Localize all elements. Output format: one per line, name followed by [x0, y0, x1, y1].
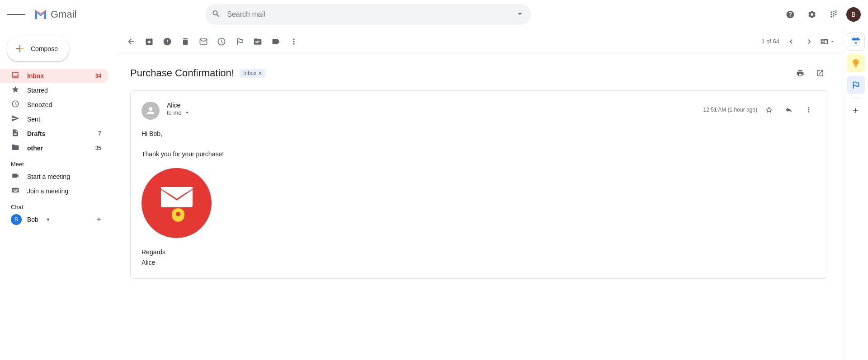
- sidebar-item-drafts[interactable]: Drafts 7: [0, 126, 108, 141]
- email-body-text: Thank you for your purchase!: [142, 149, 817, 159]
- email-subject: Purchase Confirmation!: [130, 67, 234, 79]
- sidebar-item-inbox[interactable]: Inbox 34: [0, 69, 108, 83]
- keep-icon-button[interactable]: [847, 54, 865, 72]
- sidebar-item-join-meeting[interactable]: Join a meeting: [0, 184, 108, 198]
- drafts-count: 7: [98, 131, 101, 137]
- search-bar: [205, 4, 531, 25]
- search-input[interactable]: [205, 4, 531, 25]
- search-dropdown-icon[interactable]: [515, 9, 524, 20]
- message-header: Alice to me 12:51 AM (1 hour ago): [142, 102, 817, 120]
- email-signname: Alice: [142, 257, 817, 267]
- body-wrap: Compose Inbox 34 Starred Snoozed: [0, 29, 868, 360]
- inbox-label: Inbox: [27, 72, 88, 79]
- compose-label: Compose: [31, 45, 58, 52]
- keyboard-icon: [11, 186, 20, 196]
- mark-unread-button[interactable]: [195, 33, 212, 50]
- folder-icon: [11, 143, 20, 153]
- meet-section-label: Meet: [0, 155, 116, 169]
- sender-name: Alice: [167, 102, 696, 109]
- more-options-button[interactable]: [286, 33, 302, 50]
- inbox-count: 34: [95, 73, 101, 79]
- right-sidebar: 31 +: [843, 29, 868, 360]
- message-more-button[interactable]: [801, 102, 817, 118]
- inbox-badge-close[interactable]: ×: [258, 70, 262, 77]
- other-label: other: [27, 145, 88, 152]
- purchase-image: [142, 168, 212, 238]
- star-button[interactable]: [761, 102, 777, 118]
- sent-label: Sent: [27, 116, 101, 123]
- snooze-button[interactable]: [213, 33, 230, 50]
- sidebar-item-snoozed[interactable]: Snoozed: [0, 98, 108, 112]
- delete-button[interactable]: [177, 33, 193, 50]
- archive-button[interactable]: [141, 33, 157, 50]
- topbar: Gmail B: [0, 0, 868, 29]
- email-actions-right: [792, 65, 828, 81]
- avatar[interactable]: B: [846, 7, 861, 22]
- help-button[interactable]: [781, 5, 799, 23]
- email-greeting: Hi Bob,: [142, 129, 817, 139]
- pagination-info: 1 of 64: [761, 38, 779, 45]
- settings-button[interactable]: [803, 5, 821, 23]
- chat-add-icon[interactable]: +: [96, 215, 101, 224]
- reply-button[interactable]: [781, 102, 797, 118]
- join-meeting-label: Join a meeting: [27, 187, 101, 195]
- sidebar-item-sent[interactable]: Sent: [0, 112, 108, 126]
- send-icon: [11, 114, 20, 124]
- sidebar-item-start-meeting[interactable]: Start a meeting: [0, 169, 108, 184]
- prev-email-button[interactable]: [783, 33, 799, 50]
- email-timestamp: 12:51 AM (1 hour ago): [703, 107, 757, 113]
- sidebar-item-starred[interactable]: Starred: [0, 83, 108, 98]
- move-to-button[interactable]: [250, 33, 266, 50]
- back-button[interactable]: [123, 33, 139, 50]
- location-pin-icon: [170, 208, 183, 224]
- message-meta: 12:51 AM (1 hour ago): [703, 102, 817, 118]
- gmail-logo[interactable]: Gmail: [33, 6, 76, 23]
- menu-button[interactable]: [7, 5, 25, 23]
- svg-point-3: [176, 212, 180, 216]
- email-image-container: [142, 168, 817, 238]
- inbox-badge-label: Inbox: [243, 70, 256, 76]
- gmail-logo-icon: [33, 6, 49, 23]
- next-email-button[interactable]: [801, 33, 817, 50]
- sidebar-item-other[interactable]: other 35: [0, 141, 108, 155]
- chat-user-label: Bob: [27, 216, 38, 223]
- drafts-label: Drafts: [27, 130, 91, 137]
- report-spam-button[interactable]: [159, 33, 175, 50]
- email-toolbar: 1 of 64: [116, 29, 843, 54]
- other-count: 35: [95, 145, 101, 151]
- email-view: 1 of 64 Purchase Confirmation! Inbox ×: [116, 29, 843, 360]
- inbox-badge: Inbox ×: [240, 69, 266, 78]
- inbox-icon: [11, 71, 20, 81]
- starred-label: Starred: [27, 87, 101, 94]
- sender-avatar: [142, 102, 160, 120]
- email-signoff: Regards: [142, 247, 817, 257]
- sidebar: Compose Inbox 34 Starred Snoozed: [0, 29, 116, 360]
- gmail-text: Gmail: [51, 9, 76, 20]
- compose-button[interactable]: Compose: [7, 36, 69, 61]
- add-to-tasks-button[interactable]: [231, 33, 248, 50]
- sender-info: Alice to me: [167, 102, 696, 116]
- open-in-new-button[interactable]: [812, 65, 828, 81]
- snoozed-label: Snoozed: [27, 101, 101, 108]
- email-subject-row: Purchase Confirmation! Inbox ×: [130, 65, 828, 81]
- print-button[interactable]: [792, 65, 808, 81]
- tasks-icon-button[interactable]: [847, 76, 865, 94]
- calendar-widget[interactable]: 31: [847, 33, 865, 51]
- sidebar-item-chat-bob[interactable]: B Bob ▼ +: [0, 212, 108, 227]
- video-icon: [11, 172, 20, 182]
- message-body: Hi Bob, Thank you for your purchase!: [142, 129, 817, 267]
- compose-plus-icon: [14, 43, 25, 54]
- email-content: Purchase Confirmation! Inbox ×: [116, 54, 843, 360]
- email-message: Alice to me 12:51 AM (1 hour ago): [130, 90, 828, 279]
- svg-text:31: 31: [854, 42, 858, 45]
- label-button[interactable]: [268, 33, 284, 50]
- view-split-button[interactable]: [819, 33, 835, 50]
- apps-button[interactable]: [825, 5, 843, 23]
- right-sidebar-divider: [850, 98, 861, 98]
- add-app-button[interactable]: +: [847, 102, 865, 120]
- chat-dropdown-icon: ▼: [46, 217, 51, 222]
- chat-section-label: Chat: [0, 198, 116, 212]
- start-meeting-label: Start a meeting: [27, 173, 101, 180]
- sender-to[interactable]: to me: [167, 109, 696, 116]
- chat-avatar-icon: B: [11, 214, 20, 225]
